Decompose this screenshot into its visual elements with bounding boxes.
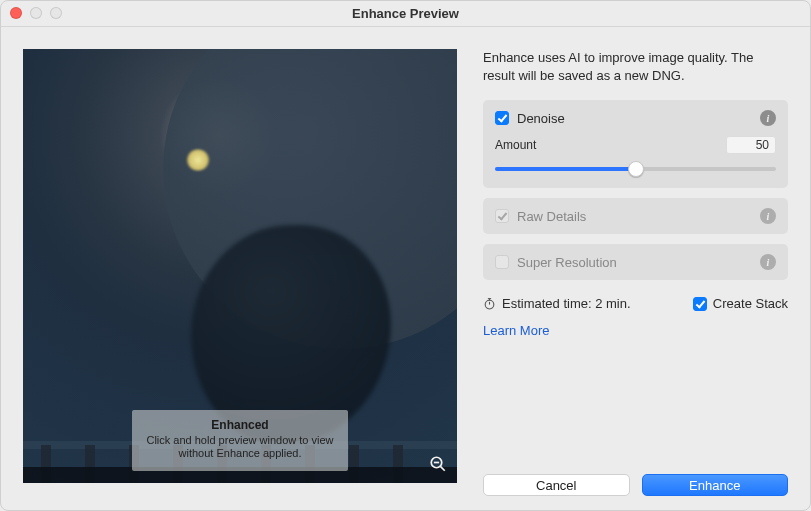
- minimize-window-button[interactable]: [30, 7, 42, 19]
- zoom-out-icon[interactable]: [427, 453, 449, 475]
- preview-pane: Enhanced Click and hold preview window t…: [1, 27, 469, 510]
- info-icon[interactable]: i: [760, 110, 776, 126]
- raw-details-checkbox: [495, 209, 509, 223]
- preview-image[interactable]: Enhanced Click and hold preview window t…: [23, 49, 457, 483]
- raw-details-label: Raw Details: [517, 209, 586, 224]
- status-row: Estimated time: 2 min. Create Stack: [483, 296, 788, 311]
- super-resolution-label: Super Resolution: [517, 255, 617, 270]
- amount-slider[interactable]: [495, 160, 776, 178]
- stopwatch-icon: [483, 297, 496, 310]
- enhance-preview-window: Enhance Preview Enhanced Click and hold …: [0, 0, 811, 511]
- preview-tooltip-title: Enhanced: [142, 418, 338, 432]
- titlebar: Enhance Preview: [1, 1, 810, 27]
- amount-value[interactable]: 50: [726, 136, 776, 154]
- info-icon[interactable]: i: [760, 254, 776, 270]
- super-resolution-checkbox: [495, 255, 509, 269]
- svg-line-1: [440, 466, 444, 470]
- create-stack-label: Create Stack: [713, 296, 788, 311]
- button-row: Cancel Enhance: [483, 474, 788, 496]
- create-stack-checkbox[interactable]: [693, 297, 707, 311]
- denoise-option: Denoise i Amount 50: [483, 100, 788, 188]
- description-text: Enhance uses AI to improve image quality…: [483, 49, 788, 84]
- amount-label: Amount: [495, 138, 536, 152]
- maximize-window-button[interactable]: [50, 7, 62, 19]
- preview-tooltip-line: without Enhance applied.: [142, 447, 338, 461]
- raw-details-option: Raw Details i: [483, 198, 788, 234]
- preview-tooltip: Enhanced Click and hold preview window t…: [132, 410, 348, 472]
- cancel-button[interactable]: Cancel: [483, 474, 630, 496]
- super-resolution-option: Super Resolution i: [483, 244, 788, 280]
- learn-more-link[interactable]: Learn More: [483, 323, 788, 338]
- traffic-lights: [10, 7, 62, 19]
- enhance-button[interactable]: Enhance: [642, 474, 789, 496]
- window-title: Enhance Preview: [1, 1, 810, 27]
- denoise-checkbox[interactable]: [495, 111, 509, 125]
- preview-tooltip-line: Click and hold preview window to view: [142, 434, 338, 448]
- close-window-button[interactable]: [10, 7, 22, 19]
- estimated-time-text: Estimated time: 2 min.: [502, 296, 631, 311]
- info-icon[interactable]: i: [760, 208, 776, 224]
- denoise-label: Denoise: [517, 111, 565, 126]
- controls-pane: Enhance uses AI to improve image quality…: [469, 27, 810, 510]
